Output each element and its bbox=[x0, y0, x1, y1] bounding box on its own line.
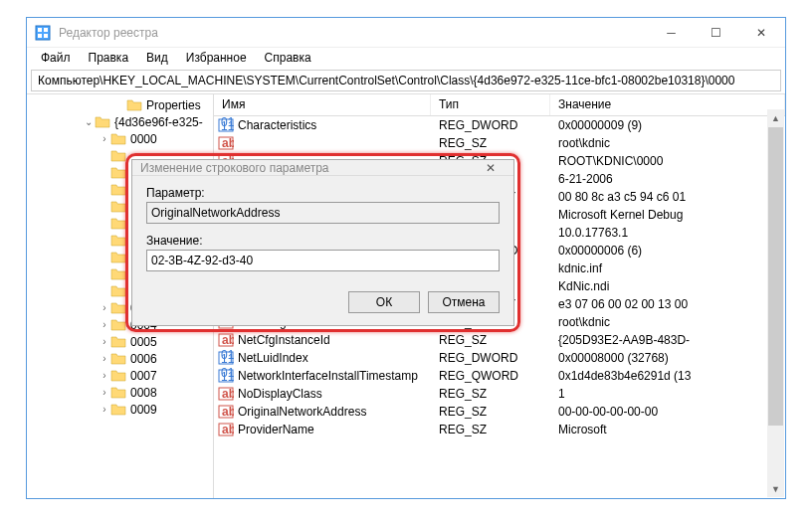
list-row[interactable]: abOriginalNetworkAddressREG_SZ00-00-00-0… bbox=[214, 403, 785, 421]
menu-view[interactable]: Вид bbox=[138, 49, 176, 67]
svg-rect-2 bbox=[44, 28, 48, 32]
address-text: Компьютер\HKEY_LOCAL_MACHINE\SYSTEM\Curr… bbox=[38, 74, 734, 87]
tree-label: 0000 bbox=[130, 132, 157, 146]
menu-edit[interactable]: Правка bbox=[81, 49, 137, 67]
list-row[interactable]: abNoDisplayClassREG_SZ1 bbox=[214, 385, 785, 403]
row-value: 0x00000006 (6) bbox=[550, 244, 785, 258]
svg-text:110: 110 bbox=[221, 370, 234, 384]
titlebar: Редактор реестра ─ ☐ ✕ bbox=[27, 18, 785, 48]
tree-item[interactable]: ›0007 bbox=[27, 367, 213, 384]
svg-text:ab: ab bbox=[222, 333, 234, 347]
row-value: e3 07 06 00 02 00 13 00 bbox=[550, 297, 785, 311]
tree-item[interactable]: Properties bbox=[27, 96, 213, 113]
col-type[interactable]: Тип bbox=[431, 94, 550, 115]
param-label: Параметр: bbox=[146, 186, 500, 200]
scroll-down-icon[interactable]: ▼ bbox=[767, 480, 784, 497]
row-value: Microsoft Kernel Debug bbox=[550, 208, 785, 222]
value-label: Значение: bbox=[146, 234, 500, 248]
list-row[interactable]: 011110NetworkInterfaceInstallTimestampRE… bbox=[214, 367, 785, 385]
string-icon: ab bbox=[218, 386, 234, 402]
expand-icon[interactable]: › bbox=[99, 387, 110, 398]
svg-text:ab: ab bbox=[222, 405, 234, 419]
row-type: REG_DWORD bbox=[431, 118, 550, 132]
binary-icon: 011110 bbox=[218, 117, 234, 133]
scroll-up-icon[interactable]: ▲ bbox=[767, 109, 784, 126]
expand-icon[interactable]: › bbox=[99, 302, 110, 313]
ok-button[interactable]: ОК bbox=[348, 291, 420, 313]
tree-label: {4d36e96f-e325- bbox=[114, 115, 203, 129]
vertical-scrollbar[interactable]: ▲ ▼ bbox=[767, 109, 784, 497]
row-type: REG_SZ bbox=[431, 405, 550, 419]
dialog-buttons: ОК Отмена bbox=[132, 291, 513, 325]
expand-icon[interactable]: › bbox=[99, 319, 110, 330]
col-name[interactable]: Имя bbox=[214, 94, 431, 115]
list-row[interactable]: abREG_SZroot\kdnic bbox=[214, 134, 785, 152]
string-icon: ab bbox=[218, 135, 234, 151]
row-value: Microsoft bbox=[550, 423, 785, 436]
string-icon: ab bbox=[218, 404, 234, 420]
row-name: NetCfgInstanceId bbox=[238, 333, 431, 347]
expand-icon[interactable]: › bbox=[99, 133, 110, 144]
dialog-close-button[interactable]: ✕ bbox=[476, 161, 506, 175]
svg-text:110: 110 bbox=[221, 119, 234, 133]
row-value: 00-00-00-00-00-00 bbox=[550, 405, 785, 419]
maximize-button[interactable]: ☐ bbox=[694, 18, 738, 47]
row-name: OriginalNetworkAddress bbox=[238, 405, 431, 419]
regedit-icon bbox=[35, 25, 51, 41]
svg-rect-1 bbox=[38, 28, 42, 32]
row-type: REG_DWORD bbox=[431, 351, 550, 365]
minimize-button[interactable]: ─ bbox=[649, 18, 694, 47]
window-controls: ─ ☐ ✕ bbox=[649, 18, 783, 47]
tree-label: 0007 bbox=[130, 369, 157, 383]
menu-favorites[interactable]: Избранное bbox=[178, 49, 255, 67]
tree-item[interactable]: ›0008 bbox=[27, 384, 213, 401]
string-icon: ab bbox=[218, 332, 234, 348]
close-button[interactable]: ✕ bbox=[738, 18, 783, 47]
expand-icon[interactable]: › bbox=[99, 370, 110, 381]
row-type: REG_SZ bbox=[431, 423, 550, 436]
window-title: Редактор реестра bbox=[59, 26, 649, 40]
menu-file[interactable]: Файл bbox=[33, 49, 79, 67]
edit-string-dialog: Изменение строкового параметра ✕ Парамет… bbox=[131, 159, 514, 326]
cancel-button[interactable]: Отмена bbox=[428, 291, 500, 313]
list-row[interactable]: 011110CharacteristicsREG_DWORD0x00000009… bbox=[214, 116, 785, 134]
row-value: KdNic.ndi bbox=[550, 279, 785, 293]
tree-item[interactable]: ›0000 bbox=[27, 130, 213, 147]
expand-icon[interactable]: › bbox=[99, 404, 110, 415]
list-header: Имя Тип Значение bbox=[214, 94, 785, 116]
expand-icon[interactable]: ⌄ bbox=[83, 116, 95, 127]
list-row[interactable]: abNetCfgInstanceIdREG_SZ{205D93E2-AA9B-4… bbox=[214, 331, 785, 349]
row-value: root\kdnic bbox=[550, 136, 785, 150]
row-type: REG_SZ bbox=[431, 136, 550, 150]
row-value: root\kdnic bbox=[550, 315, 785, 329]
value-input[interactable] bbox=[146, 250, 500, 271]
tree-item[interactable]: ›0005 bbox=[27, 333, 213, 350]
binary-icon: 011110 bbox=[218, 368, 234, 384]
menu-help[interactable]: Справка bbox=[257, 49, 319, 67]
row-name: ProviderName bbox=[238, 423, 431, 436]
tree-label: 0008 bbox=[130, 386, 157, 400]
list-row[interactable]: abProviderNameREG_SZMicrosoft bbox=[214, 421, 785, 438]
col-value[interactable]: Значение bbox=[550, 94, 785, 115]
tree-item[interactable]: ›0006 bbox=[27, 350, 213, 367]
row-name: NetLuidIndex bbox=[238, 351, 431, 365]
svg-rect-4 bbox=[44, 34, 48, 38]
scroll-thumb[interactable] bbox=[768, 127, 783, 426]
row-type: REG_QWORD bbox=[431, 369, 550, 383]
row-name: NetworkInterfaceInstallTimestamp bbox=[238, 369, 431, 383]
address-bar[interactable]: Компьютер\HKEY_LOCAL_MACHINE\SYSTEM\Curr… bbox=[31, 70, 781, 91]
tree-label: 0005 bbox=[130, 335, 157, 349]
row-type: REG_SZ bbox=[431, 387, 550, 401]
list-row[interactable]: 011110NetLuidIndexREG_DWORD0x00008000 (3… bbox=[214, 349, 785, 367]
tree-item[interactable]: ›0009 bbox=[27, 401, 213, 418]
row-value: 10.0.17763.1 bbox=[550, 226, 785, 240]
row-value: 0x00008000 (32768) bbox=[550, 351, 785, 365]
tree-item[interactable]: ⌄{4d36e96f-e325- bbox=[27, 113, 213, 130]
svg-text:110: 110 bbox=[221, 352, 234, 366]
svg-text:ab: ab bbox=[222, 387, 234, 401]
row-name: Characteristics bbox=[238, 118, 431, 132]
expand-icon[interactable]: › bbox=[99, 353, 110, 364]
expand-icon[interactable]: › bbox=[99, 336, 110, 347]
param-input bbox=[146, 202, 500, 224]
svg-text:ab: ab bbox=[222, 423, 234, 436]
